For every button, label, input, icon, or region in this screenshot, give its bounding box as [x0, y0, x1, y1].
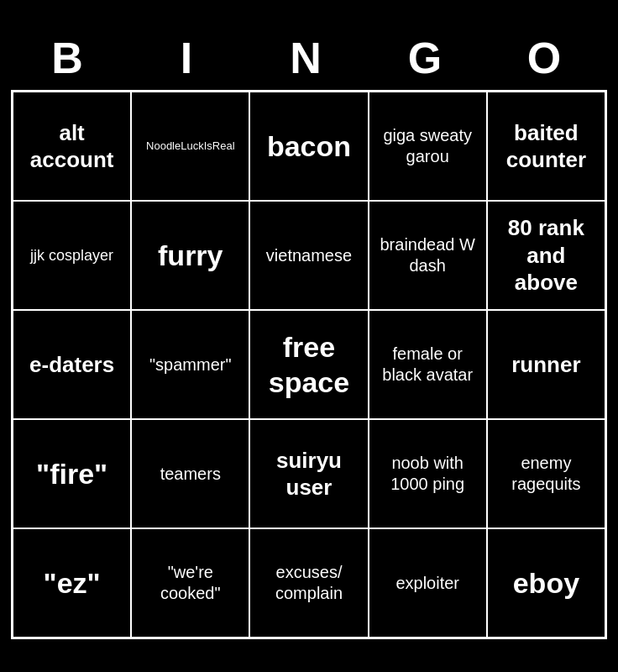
cell-20: "ez": [13, 528, 131, 638]
header-n: N: [249, 33, 369, 83]
bingo-container: B I N G O alt account NoodleLuckIsReal b…: [11, 33, 607, 639]
cell-16: teamers: [131, 419, 249, 528]
cell-6: furry: [131, 201, 249, 310]
cell-4: baited counter: [487, 92, 605, 201]
cell-14: runner: [487, 310, 605, 419]
header-g: G: [369, 33, 488, 83]
cell-5: jjk cosplayer: [13, 201, 131, 310]
cell-11: "spammer": [131, 310, 249, 419]
cell-12: free space: [249, 310, 368, 419]
cell-18: noob with 1000 ping: [369, 419, 487, 528]
cell-1: NoodleLuckIsReal: [131, 92, 249, 201]
cell-23: exploiter: [369, 528, 487, 638]
cell-8: braindead W dash: [369, 201, 487, 310]
cell-7: vietnamese: [249, 201, 368, 310]
header-o: O: [488, 33, 607, 83]
header-i: I: [130, 33, 249, 83]
cell-9: 80 rank and above: [487, 201, 605, 310]
cell-21: "we're cooked": [131, 528, 249, 638]
cell-2: bacon: [249, 92, 368, 201]
cell-10: e-daters: [13, 310, 131, 419]
cell-0: alt account: [13, 92, 131, 201]
header-b: B: [11, 33, 130, 83]
cell-24: eboy: [487, 528, 605, 638]
cell-22: excuses/ complain: [249, 528, 368, 638]
cell-15: "fire": [13, 419, 131, 528]
cell-13: female or black avatar: [369, 310, 487, 419]
bingo-grid: alt account NoodleLuckIsReal bacon giga …: [11, 90, 607, 639]
cell-19: enemy ragequits: [487, 419, 605, 528]
cell-17: suiryu user: [249, 419, 368, 528]
bingo-header: B I N G O: [11, 33, 607, 83]
cell-3: giga sweaty garou: [369, 92, 487, 201]
